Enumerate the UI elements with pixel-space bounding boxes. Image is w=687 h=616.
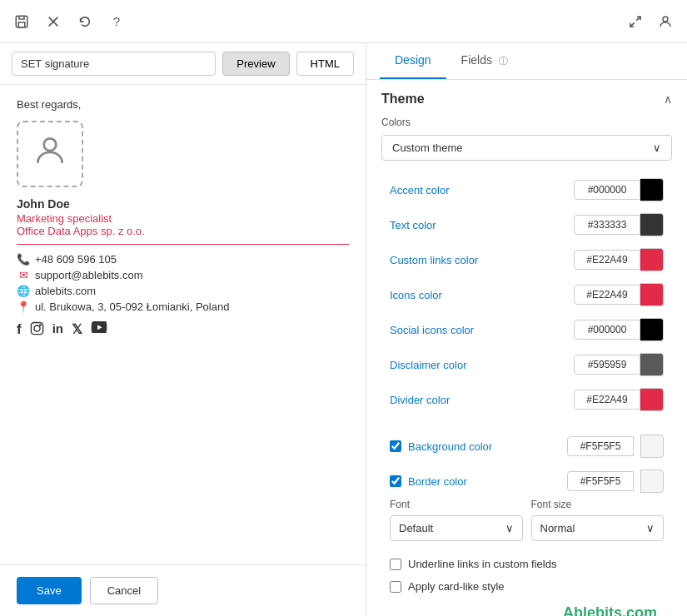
card-style-checkbox[interactable]: [390, 581, 401, 593]
font-size-value: Normal: [540, 522, 575, 534]
cancel-button[interactable]: Cancel: [90, 577, 158, 604]
save-button[interactable]: Save: [17, 577, 82, 604]
section-header: Theme ∧: [381, 92, 672, 107]
signature-preview: Best regards, John Doe Marketing special…: [0, 85, 366, 564]
toolbar: ?: [0, 0, 687, 43]
left-panel: Preview HTML Best regards, John Doe Mark…: [0, 43, 366, 616]
main-layout: Preview HTML Best regards, John Doe Mark…: [0, 43, 687, 616]
color-swatch[interactable]: [640, 388, 664, 411]
signature-name-input[interactable]: [12, 52, 216, 76]
tab-fields[interactable]: Fields ⓘ: [446, 43, 523, 79]
svg-point-5: [663, 17, 668, 22]
right-panel: Design Fields ⓘ Theme ∧ Colors Custom th…: [366, 43, 687, 616]
section-title: Theme: [381, 92, 425, 107]
font-value: Default: [399, 522, 433, 534]
contact-website: 🌐 ablebits.com: [17, 285, 349, 297]
toolbar-right: [624, 10, 677, 33]
sig-company: Office Data Apps sp. z o.o.: [17, 225, 349, 237]
color-row: Social icons color: [381, 312, 672, 347]
avatar-icon: [32, 132, 68, 176]
color-swatch[interactable]: [640, 353, 664, 376]
color-row: Divider color: [381, 382, 672, 417]
color-hex-input[interactable]: [574, 250, 640, 270]
avatar-placeholder: [17, 121, 83, 187]
theme-name-label: Custom theme: [392, 142, 463, 154]
checkbox-color-swatch[interactable]: [640, 469, 664, 493]
social-youtube[interactable]: [91, 321, 107, 340]
help-icon[interactable]: ?: [105, 10, 128, 33]
checkbox-color-rows: Background color Border color: [381, 429, 672, 499]
ablebits-brand: Ablebits.com: [381, 598, 672, 616]
dropdown-chevron-icon: ∨: [653, 142, 661, 154]
color-hex-input[interactable]: [574, 390, 640, 410]
color-hex-input[interactable]: [574, 180, 640, 200]
font-row: Font Default ∨ Font size Normal ∨: [381, 499, 672, 541]
left-bottom-actions: Save Cancel: [0, 564, 366, 616]
sig-divider: [17, 244, 349, 245]
color-label: Accent color: [390, 184, 574, 196]
tab-design[interactable]: Design: [380, 43, 446, 79]
color-row: Accent color: [381, 172, 672, 207]
color-swatch[interactable]: [640, 248, 664, 271]
save-icon[interactable]: [10, 10, 33, 33]
checkbox-color-row: Background color: [381, 429, 672, 464]
close-icon[interactable]: [42, 10, 65, 33]
theme-section: Theme ∧ Colors Custom theme ∨ Accent col…: [366, 80, 687, 616]
html-button[interactable]: HTML: [296, 52, 354, 76]
greeting-text: Best regards,: [17, 98, 349, 111]
color-hex-input[interactable]: [574, 355, 640, 375]
font-size-label: Font size: [531, 499, 665, 510]
svg-rect-7: [31, 322, 42, 334]
checkbox-color-hex-input[interactable]: [567, 436, 634, 456]
social-instagram[interactable]: [30, 321, 44, 340]
color-label: Icons color: [390, 289, 574, 301]
colors-label: Colors: [381, 117, 672, 128]
color-label: Disclaimer color: [390, 359, 574, 371]
sig-name: John Doe: [17, 197, 349, 211]
color-rows: Accent color Text color Custom links col…: [381, 172, 672, 417]
color-swatch[interactable]: [640, 178, 664, 201]
contact-email: ✉ support@ablebits.com: [17, 269, 349, 281]
theme-dropdown[interactable]: Custom theme ∨: [381, 135, 672, 161]
refresh-icon[interactable]: [73, 10, 97, 33]
social-linkedin[interactable]: in: [52, 321, 63, 340]
color-hex-input[interactable]: [574, 215, 640, 235]
contact-address: 📍 ul. Brukowa, 3, 05-092 Łomianki, Polan…: [17, 301, 349, 313]
underline-links-label: Underline links in custom fields: [408, 558, 556, 570]
email-icon: ✉: [17, 269, 30, 281]
social-facebook[interactable]: f: [17, 321, 22, 340]
font-size-dropdown[interactable]: Normal ∨: [531, 515, 665, 541]
underline-links-checkbox[interactable]: [390, 559, 401, 570]
color-toggle-checkbox[interactable]: [390, 475, 401, 487]
color-hex-input[interactable]: [574, 320, 640, 340]
color-swatch[interactable]: [640, 213, 664, 236]
font-label: Font: [390, 499, 523, 510]
color-row: Disclaimer color: [381, 347, 672, 382]
color-hex-input[interactable]: [574, 285, 640, 305]
profile-icon[interactable]: [654, 10, 677, 33]
checkbox-color-row: Border color: [381, 464, 672, 499]
preview-button[interactable]: Preview: [222, 52, 289, 76]
website-icon: 🌐: [17, 285, 30, 297]
color-row: Custom links color: [381, 242, 672, 277]
color-label: Divider color: [390, 394, 574, 406]
color-label: Text color: [390, 219, 574, 231]
checkbox-color-hex-input[interactable]: [567, 471, 634, 491]
font-size-col: Font size Normal ∨: [531, 499, 665, 541]
svg-point-8: [34, 325, 40, 331]
font-dropdown[interactable]: Default ∨: [390, 515, 523, 541]
fields-info-icon: ⓘ: [499, 56, 508, 66]
checkbox-color-swatch[interactable]: [640, 435, 664, 458]
color-row: Text color: [381, 207, 672, 242]
signature-header: Preview HTML: [0, 43, 366, 85]
color-toggle-checkbox[interactable]: [390, 440, 401, 452]
color-swatch[interactable]: [640, 318, 664, 341]
font-col: Font Default ∨: [390, 499, 523, 541]
phone-icon: 📞: [17, 253, 30, 266]
social-twitter[interactable]: 𝕏: [72, 321, 82, 340]
color-swatch[interactable]: [640, 283, 664, 306]
expand-icon[interactable]: [624, 10, 647, 33]
collapse-icon[interactable]: ∧: [664, 92, 672, 106]
checkbox-color-label: Background color: [408, 440, 560, 453]
toolbar-left: ?: [10, 10, 128, 33]
